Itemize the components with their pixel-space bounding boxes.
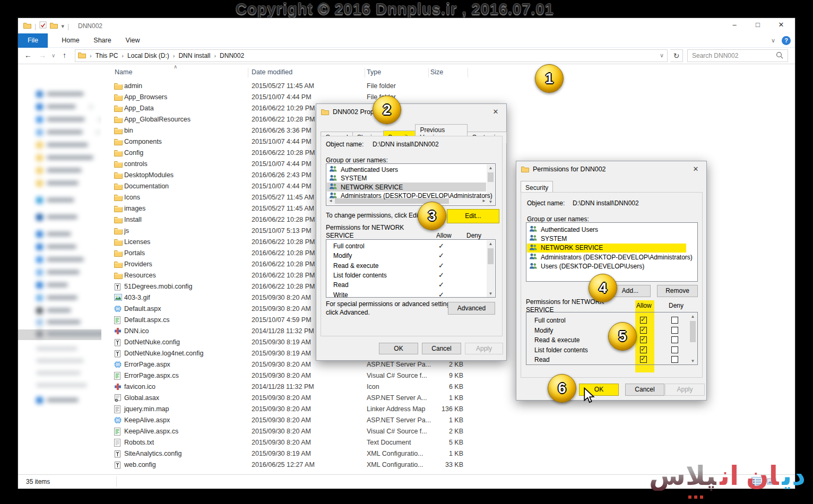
- tab-file[interactable]: File: [18, 33, 48, 48]
- sidebar-item[interactable]: [36, 153, 93, 162]
- column-header-type[interactable]: Type: [367, 68, 381, 76]
- remove-button[interactable]: Remove: [657, 285, 698, 297]
- cancel-button[interactable]: Cancel: [422, 343, 461, 354]
- group-item[interactable]: Administrators (DESKTOP-DEVELOP\Administ…: [527, 253, 696, 262]
- deny-checkbox[interactable]: [671, 346, 678, 353]
- back-icon[interactable]: ←: [24, 51, 32, 59]
- sidebar-item[interactable]: [36, 357, 84, 365]
- maximize-icon[interactable]: □: [746, 18, 769, 33]
- column-separator[interactable]: [365, 68, 365, 77]
- allow-checkbox[interactable]: [640, 356, 647, 363]
- permission-row[interactable]: Full control: [527, 316, 696, 325]
- qat-dropdown-icon[interactable]: ▾: [61, 23, 64, 30]
- breadcrumb-item[interactable]: This PC: [96, 52, 118, 59]
- sidebar-item[interactable]: [36, 268, 80, 276]
- permission-row[interactable]: Read✓: [327, 280, 486, 290]
- sidebar-item[interactable]: [36, 90, 84, 98]
- file-row[interactable]: KeepAlive.aspx2015/09/30 8:20 AMASP.NET …: [107, 415, 478, 426]
- tab-view[interactable]: View: [118, 33, 148, 48]
- properties-checkmark-icon[interactable]: [39, 21, 47, 31]
- tab-share[interactable]: Share: [86, 33, 119, 48]
- sidebar-item[interactable]: [36, 329, 101, 338]
- file-row[interactable]: Global.asax2015/09/30 8:20 AMASP.NET Ser…: [107, 393, 478, 404]
- file-row[interactable]: admin2015/05/27 11:45 AMFile folder: [107, 81, 478, 92]
- allow-checkbox[interactable]: [640, 317, 647, 324]
- apply-button[interactable]: Apply: [465, 343, 503, 354]
- vertical-scrollbar[interactable]: ▲▼: [487, 240, 495, 298]
- group-list[interactable]: ▲▼ ◄► Authenticated UsersSYSTEMNETWORK S…: [326, 163, 496, 206]
- dialog-title-bar[interactable]: DNN002 Properties ✕: [316, 104, 506, 120]
- address-box[interactable]: ›This PC›Local Disk (D:)›DNN install›DNN…: [75, 49, 668, 62]
- permission-row[interactable]: Full control✓: [327, 241, 486, 251]
- file-row[interactable]: favicon.ico2014/11/28 11:32 PMIcon6 KB: [107, 381, 478, 393]
- group-item[interactable]: Users (DESKTOP-DEVELOP\Users): [527, 262, 696, 271]
- breadcrumb-item[interactable]: DNN002: [220, 52, 244, 59]
- permission-row[interactable]: Read & execute✓: [327, 261, 486, 271]
- sidebar-item[interactable]: [36, 166, 82, 175]
- sidebar-item[interactable]: [36, 281, 68, 289]
- sidebar-item[interactable]: [36, 381, 87, 389]
- sidebar-item[interactable]: [36, 306, 71, 315]
- minimize-icon[interactable]: –: [723, 18, 746, 33]
- sidebar-item[interactable]: [36, 230, 71, 238]
- file-row[interactable]: ErrorPage.aspx.cs2015/09/30 8:20 AMVisua…: [107, 370, 478, 381]
- sidebar-item[interactable]: [36, 293, 77, 302]
- permission-row[interactable]: Read: [527, 355, 696, 364]
- group-list[interactable]: Authenticated UsersSYSTEMNETWORK SERVICE…: [526, 222, 698, 282]
- group-item[interactable]: Authenticated Users: [327, 165, 486, 174]
- recent-locations-icon[interactable]: ∨: [51, 53, 55, 58]
- sidebar-item[interactable]: [36, 344, 77, 353]
- deny-checkbox[interactable]: [671, 336, 678, 343]
- group-item[interactable]: NETWORK SERVICE: [527, 244, 686, 253]
- column-header-date[interactable]: Date modified: [252, 68, 292, 76]
- dialog-title-bar[interactable]: Permissions for DNN002 ✕: [516, 161, 706, 177]
- group-item[interactable]: NETWORK SERVICE: [327, 183, 486, 192]
- sidebar-item[interactable]: [36, 196, 74, 204]
- group-item[interactable]: Administrators (DESKTOP-DEVELOP\Administ…: [327, 192, 486, 201]
- column-separator[interactable]: [428, 68, 429, 77]
- permission-row[interactable]: List folder contents: [527, 345, 696, 355]
- sidebar-item[interactable]: [36, 396, 79, 404]
- close-icon[interactable]: ✕: [769, 18, 793, 33]
- up-icon[interactable]: ↑: [63, 51, 66, 59]
- file-row[interactable]: KeepAlive.aspx.cs2015/09/30 8:20 AMVisua…: [107, 426, 478, 437]
- group-item[interactable]: Authenticated Users: [527, 225, 696, 234]
- permissions-list[interactable]: ▲▼ Full control✓Modify✓Read & execute✓Li…: [326, 239, 496, 298]
- cancel-button[interactable]: Cancel: [625, 384, 664, 396]
- edit-button[interactable]: Edit...: [447, 209, 499, 223]
- file-row[interactable]: web.config2016/06/25 12:27 AMXML Configu…: [107, 459, 478, 471]
- permission-row[interactable]: Write✓: [327, 290, 486, 298]
- file-row[interactable]: App_Browsers2015/10/07 4:44 PMFile folde…: [107, 92, 478, 103]
- navigation-pane[interactable]: [18, 64, 101, 479]
- allow-checkbox[interactable]: [640, 336, 647, 343]
- allow-checkbox[interactable]: [640, 327, 647, 334]
- address-dropdown-icon[interactable]: ∨: [660, 52, 664, 59]
- file-row[interactable]: SiteAnalytics.config2015/09/30 8:19 AMXM…: [107, 448, 478, 459]
- sidebar-item[interactable]: [36, 128, 100, 136]
- sidebar-item[interactable]: [36, 115, 101, 124]
- deny-checkbox[interactable]: [671, 317, 678, 324]
- group-item[interactable]: SYSTEM: [327, 174, 486, 183]
- allow-checkbox[interactable]: [640, 346, 647, 353]
- advanced-button[interactable]: Advanced: [448, 302, 495, 315]
- column-separator[interactable]: [468, 68, 468, 77]
- help-icon[interactable]: ?: [782, 36, 791, 45]
- sidebar-item[interactable]: [36, 102, 93, 111]
- tab-home[interactable]: Home: [54, 33, 87, 48]
- file-row[interactable]: jquery.min.map2015/09/30 8:20 AMLinker A…: [107, 404, 478, 415]
- group-item[interactable]: SYSTEM: [527, 234, 696, 243]
- file-row[interactable]: Robots.txt2015/09/30 8:20 AMText Documen…: [107, 437, 478, 448]
- sidebar-item[interactable]: [36, 242, 76, 251]
- column-header-name[interactable]: Name: [115, 68, 132, 76]
- apply-button[interactable]: Apply: [665, 384, 705, 396]
- close-icon[interactable]: ✕: [685, 161, 706, 177]
- sidebar-item[interactable]: [36, 141, 88, 149]
- sidebar-item[interactable]: [36, 179, 79, 187]
- sidebar-item[interactable]: [36, 369, 81, 377]
- breadcrumb-item[interactable]: Local Disk (D:): [127, 52, 169, 59]
- deny-checkbox[interactable]: [671, 327, 678, 334]
- deny-checkbox[interactable]: [671, 356, 678, 363]
- folder-icon[interactable]: [50, 21, 58, 31]
- ribbon-collapse-icon[interactable]: ∨: [771, 37, 775, 44]
- ok-button[interactable]: OK: [379, 343, 418, 354]
